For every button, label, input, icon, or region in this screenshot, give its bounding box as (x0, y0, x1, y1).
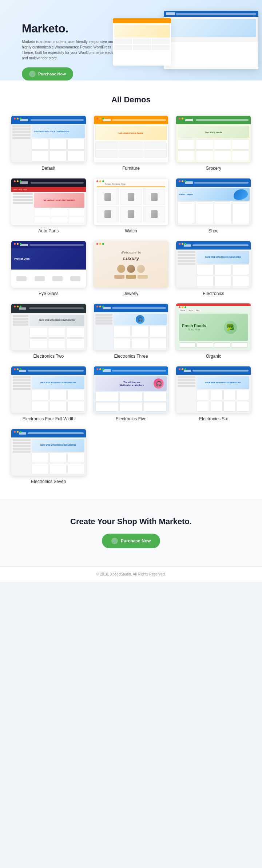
default-banner-text: SHOP WISE WITH PRICE COMPARISONS (34, 130, 70, 133)
demo-item-electronics4: SHOP WISE WITH PRICE COMPARISONS (11, 366, 86, 421)
hero-screenshots (124, 4, 262, 76)
demo-item-electronics2: SHOP WISE WITH PRICE COMPARISONS (11, 303, 86, 359)
demo-thumb-electronics4[interactable]: SHOP WISE WITH PRICE COMPARISONS (11, 366, 86, 413)
demo-item-electronics3: 🎧 Elec (94, 303, 169, 359)
demo-label-electronics7: Electronics Seven (31, 479, 66, 484)
hero-screenshot-secondary (113, 18, 171, 66)
demo-thumb-default[interactable]: SHOP WISE WITH PRICE COMPARISONS (11, 115, 86, 163)
demo-item-electronics: SHOP WISE WITH PRICE COMPARISONS (176, 241, 251, 296)
demo-thumb-electronics7[interactable]: SHOP WISE WITH PRICE COMPARISONS (11, 429, 86, 476)
demo-item-electronics6: SHOP WISE WITH PRICE COMPARISONS (176, 366, 251, 421)
demo-item-furniture: Let's make home happy Furniture (94, 115, 169, 171)
demo-thumb-furniture[interactable]: Let's make home happy (94, 115, 169, 163)
hero-section: Marketo. Marketo is a clean, modern, use… (0, 0, 262, 80)
organic-fresh-foods-text: Fresh Foods Shop Now (182, 323, 206, 331)
cta-title: Create Your Shop With Marketo. (11, 517, 251, 526)
hero-title: Marketo. (22, 22, 124, 35)
demo-thumb-electronics3[interactable]: 🎧 (94, 303, 169, 351)
demo-item-watch: Relogio Feminino Shop Watch (94, 178, 169, 233)
demo-label-default: Default (41, 166, 55, 171)
demo-thumb-grocery[interactable]: Your daily needs (176, 115, 251, 163)
demo-thumb-electronics5[interactable]: The gift they are Waiting for a right he… (94, 366, 169, 413)
cart-icon-cta: 🛒 (111, 538, 118, 544)
demo-label-organic: Organic (206, 354, 221, 359)
demo-item-eyeglass: Protect Eyes Eye Glass (11, 241, 86, 296)
demo-item-jewelry: Welcome to Luxury Jewelry (94, 241, 169, 296)
demo-item-autoparts: Home Shop Pages WE HAVE (11, 178, 86, 233)
hero-screenshot-main (164, 11, 258, 69)
demo-thumb-watch[interactable]: Relogio Feminino Shop (94, 178, 169, 225)
demo-label-grocery: Grocery (206, 166, 221, 171)
demo-label-shoe: Shoe (209, 228, 219, 233)
demo-thumb-eyeglass[interactable]: Protect Eyes (11, 241, 86, 288)
demo-item-organic: Home Shop Blog Fresh Foods Shop Now 🥦 (176, 303, 251, 359)
demo-thumb-electronics2[interactable]: SHOP WISE WITH PRICE COMPARISONS (11, 303, 86, 351)
hero-description: Marketo is a clean, modern, user friendl… (22, 39, 124, 61)
demo-label-electronics3: Electronics Three (114, 354, 148, 359)
demos-grid-row6: SHOP WISE WITH PRICE COMPARISONS (11, 429, 251, 484)
demo-label-watch: Watch (125, 228, 137, 233)
demo-label-electronics2: Electronics Two (33, 354, 64, 359)
page-footer: © 2018, XpeedStudio. All Rights Reserved… (0, 566, 262, 582)
cta-purchase-button[interactable]: 🛒 Purchase Now (102, 534, 160, 548)
demos-grid: SHOP WISE WITH PRICE COMPARISONS (11, 115, 251, 421)
demo-thumb-shoe[interactable]: Adidas Campus (176, 178, 251, 225)
demo-label-jewelry: Jewelry (124, 291, 139, 296)
demo-item-grocery: Your daily needs (176, 115, 251, 171)
hero-content: Marketo. Marketo is a clean, modern, use… (22, 15, 124, 80)
demo-label-eyeglass: Eye Glass (39, 291, 59, 296)
eyeglass-banner-text: Protect Eyes (14, 257, 29, 261)
demo-thumb-electronics[interactable]: SHOP WISE WITH PRICE COMPARISONS (176, 241, 251, 288)
demos-section-title: All Demos (11, 95, 251, 105)
demo-label-electronics5: Electronics Five (116, 416, 147, 421)
demo-label-electronics6: Electronics Six (199, 416, 228, 421)
demo-label-electronics: Electronics (203, 291, 224, 296)
cart-icon: 🛒 (29, 71, 36, 77)
hero-purchase-button[interactable]: 🛒 Purchase Now (22, 67, 73, 80)
demo-item-shoe: Adidas Campus Shoe (176, 178, 251, 233)
demo-item-electronics7: SHOP WISE WITH PRICE COMPARISONS (11, 429, 86, 484)
demo-thumb-organic[interactable]: Home Shop Blog Fresh Foods Shop Now 🥦 (176, 303, 251, 351)
demo-thumb-electronics6[interactable]: SHOP WISE WITH PRICE COMPARISONS (176, 366, 251, 413)
demo-item-default: SHOP WISE WITH PRICE COMPARISONS (11, 115, 86, 171)
demo-thumb-jewelry[interactable]: Welcome to Luxury (94, 241, 169, 288)
demo-label-autoparts: Auto Parts (38, 228, 59, 233)
demo-thumb-autoparts[interactable]: Home Shop Pages WE HAVE (11, 178, 86, 225)
demo-label-electronics4: Electronics Four Full Width (23, 416, 75, 421)
jewelry-title: Luxury (123, 256, 139, 261)
demo-item-electronics5: The gift they are Waiting for a right he… (94, 366, 169, 421)
demos-section: All Demos (0, 80, 262, 499)
cta-section: Create Your Shop With Marketo. 🛒 Purchas… (0, 499, 262, 566)
demo-label-furniture: Furniture (122, 166, 140, 171)
